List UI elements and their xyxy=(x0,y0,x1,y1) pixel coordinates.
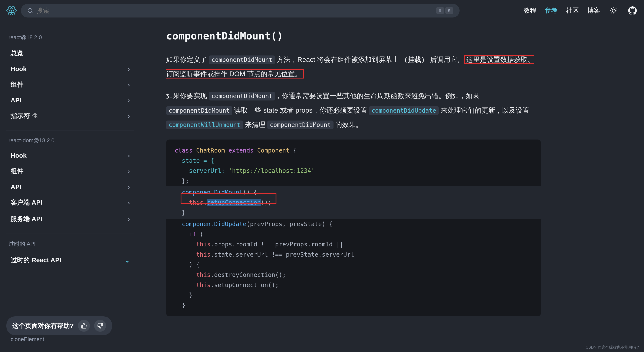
sidebar-item-dom-hook[interactable]: Hook› xyxy=(6,148,134,163)
nav-community[interactable]: 社区 xyxy=(566,6,579,15)
search-icon xyxy=(27,8,33,14)
thumbs-down-icon xyxy=(97,323,103,329)
section-label-react-dom: react-dom@18.2.0 xyxy=(8,137,134,144)
chevron-right-icon: › xyxy=(128,216,130,223)
code-block: class ChatRoom extends Component { state… xyxy=(166,139,541,317)
sidebar-item-dom-api[interactable]: API› xyxy=(6,180,134,194)
link-componentdidupdate[interactable]: componentDidUpdate xyxy=(369,106,438,115)
sidebar-item-server-api[interactable]: 服务端 API› xyxy=(6,211,134,227)
sidebar-item-overview[interactable]: 总览 xyxy=(6,45,134,61)
link-componentwillunmount[interactable]: componentWillUnmount xyxy=(166,120,243,129)
theme-toggle[interactable] xyxy=(609,6,619,16)
react-logo[interactable] xyxy=(6,6,16,16)
chevron-right-icon: › xyxy=(128,152,130,159)
github-icon xyxy=(628,7,637,15)
chevron-right-icon: › xyxy=(128,183,130,191)
nav-reference[interactable]: 参考 xyxy=(545,6,558,15)
svg-line-10 xyxy=(616,13,616,13)
chevron-right-icon: › xyxy=(128,65,130,73)
chevron-right-icon: › xyxy=(128,168,130,175)
search-bar[interactable]: ⌘K xyxy=(21,4,460,18)
flask-icon: ⚗ xyxy=(32,112,38,119)
search-input[interactable] xyxy=(37,7,436,14)
sidebar-item-api[interactable]: API› xyxy=(6,93,134,108)
sidebar-item-legacy-react-api[interactable]: 过时的 React API⌄ xyxy=(6,252,134,268)
code-highlighted-region: componentDidMount() { this.setupConnecti… xyxy=(166,186,541,219)
chevron-down-icon: ⌄ xyxy=(124,256,130,264)
section-label-legacy: 过时的 API xyxy=(8,240,134,248)
chevron-right-icon: › xyxy=(128,81,130,88)
svg-point-6 xyxy=(612,9,616,12)
svg-point-4 xyxy=(28,8,32,12)
svg-point-0 xyxy=(11,10,12,12)
nav-links: 教程 参考 社区 博客 xyxy=(524,6,638,16)
nav-tutorial[interactable]: 教程 xyxy=(524,6,536,15)
chevron-right-icon: › xyxy=(128,97,130,104)
sidebar-truncated-item[interactable]: cloneElement xyxy=(6,335,134,343)
svg-line-13 xyxy=(611,13,612,13)
svg-line-5 xyxy=(31,12,32,13)
sun-icon xyxy=(610,7,618,15)
watermark: CSDN @这个昵称也不能用吗？ xyxy=(586,345,640,350)
feedback-text: 这个页面对你有帮助? xyxy=(12,321,74,330)
divider xyxy=(6,130,134,131)
sidebar-item-dom-components[interactable]: 组件› xyxy=(6,163,134,180)
thumbs-up-button[interactable] xyxy=(78,320,90,332)
sidebar-item-directives[interactable]: 指示符⚗› xyxy=(6,108,134,124)
header: ⌘K 教程 参考 社区 博客 xyxy=(0,0,644,21)
sidebar-item-components[interactable]: 组件› xyxy=(6,76,134,93)
nav-blog[interactable]: 博客 xyxy=(587,6,600,15)
paragraph-1: 如果你定义了 componentDidMount 方法，React 将会在组件被… xyxy=(166,53,541,81)
divider xyxy=(6,234,134,234)
chevron-right-icon: › xyxy=(128,199,130,206)
feedback-box: 这个页面对你有帮助? xyxy=(6,316,112,335)
thumbs-down-button[interactable] xyxy=(94,320,106,332)
thumbs-up-icon xyxy=(81,323,87,329)
sidebar-item-hook[interactable]: Hook› xyxy=(6,61,134,76)
sidebar: react@18.2.0 总览 Hook› 组件› API› 指示符⚗› rea… xyxy=(0,21,140,352)
svg-line-9 xyxy=(611,8,612,9)
search-kbd-hint: ⌘K xyxy=(436,7,454,14)
github-link[interactable] xyxy=(628,6,638,16)
section-label-react: react@18.2.0 xyxy=(8,34,134,41)
page-title: componentDidMount() xyxy=(166,30,631,42)
sidebar-item-client-api[interactable]: 客户端 API› xyxy=(6,194,134,211)
chevron-right-icon: › xyxy=(128,112,130,120)
content: componentDidMount() 如果你定义了 componentDidM… xyxy=(140,21,644,352)
svg-line-14 xyxy=(616,8,616,9)
paragraph-2: 如果你要实现 componentDidMount，你通常需要设置一些其他的生命周… xyxy=(166,89,541,132)
